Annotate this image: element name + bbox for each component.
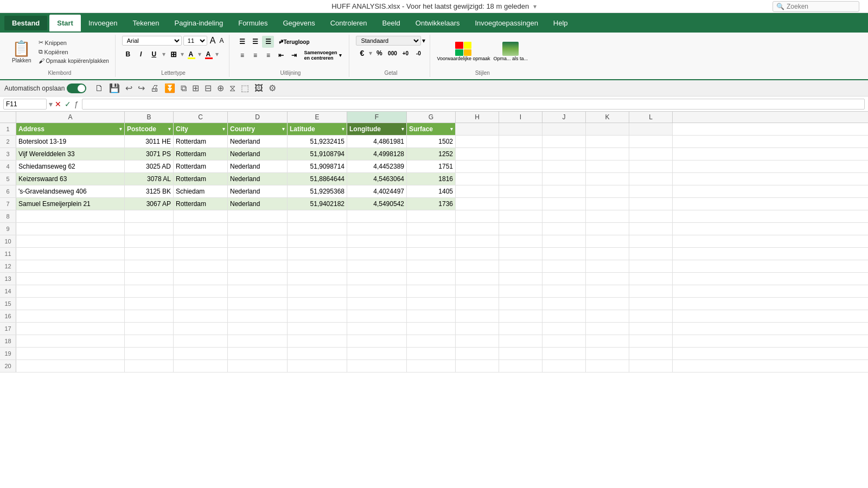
cell-L8[interactable] — [629, 210, 673, 222]
cell-C14[interactable] — [174, 285, 228, 297]
cell-E20[interactable] — [288, 360, 347, 372]
cell-J10[interactable] — [542, 235, 586, 247]
cell-I20[interactable] — [499, 360, 542, 372]
cell-D10[interactable] — [228, 235, 288, 247]
cell-C7[interactable]: Rotterdam — [174, 198, 228, 210]
terugloop-button[interactable]: ↵ Terugloop — [288, 36, 300, 48]
cell-B15[interactable] — [125, 298, 174, 310]
tab-controleren[interactable]: Controleren — [323, 15, 375, 31]
underline-button[interactable]: U — [148, 48, 160, 60]
cell-G6[interactable]: 1405 — [407, 185, 456, 197]
cell-F19[interactable] — [347, 348, 407, 359]
cell-L9[interactable] — [629, 223, 673, 235]
cell-ref-input[interactable]: F11 — [3, 99, 47, 110]
cell-K7[interactable] — [586, 198, 629, 210]
border-dropdown[interactable]: ▾ — [181, 50, 184, 58]
cell-A19[interactable] — [16, 348, 125, 359]
cell-K5[interactable] — [586, 173, 629, 185]
cell-E2[interactable]: 51,9232415 — [288, 136, 347, 147]
undo-icon[interactable]: ↩ — [124, 82, 133, 94]
col-header-E[interactable]: E — [288, 112, 347, 123]
cell-C1[interactable]: City ▾ — [174, 123, 228, 135]
cell-L19[interactable] — [629, 348, 673, 359]
col-header-F[interactable]: F — [347, 112, 407, 123]
cell-F6[interactable]: 4,4024497 — [347, 185, 407, 197]
currency-dropdown[interactable]: ▾ — [369, 49, 372, 57]
cell-J2[interactable] — [542, 136, 586, 147]
cell-B8[interactable] — [125, 210, 174, 222]
cell-F17[interactable] — [347, 323, 407, 335]
cell-A16[interactable] — [16, 310, 125, 322]
tab-invoegtoepassingen[interactable]: Invoegtoepassingen — [467, 15, 545, 31]
cell-H8[interactable] — [456, 210, 499, 222]
cell-L18[interactable] — [629, 335, 673, 347]
col-header-A[interactable]: A — [16, 112, 125, 123]
cell-G4[interactable]: 1751 — [407, 160, 456, 172]
col-header-C[interactable]: C — [174, 112, 228, 123]
cell-C18[interactable] — [174, 335, 228, 347]
cell-C8[interactable] — [174, 210, 228, 222]
cell-H11[interactable] — [456, 248, 499, 260]
cell-D19[interactable] — [228, 348, 288, 359]
cell-H2[interactable] — [456, 136, 499, 147]
cell-E7[interactable]: 51,9402182 — [288, 198, 347, 210]
cell-J3[interactable] — [542, 148, 586, 160]
opmaak-kopieren-button[interactable]: 🖌 Opmaak kopiëren/plakken — [37, 57, 111, 65]
search-box[interactable]: 🔍 — [773, 1, 859, 12]
cell-A8[interactable] — [16, 210, 125, 222]
freeze-icon[interactable]: ⧉ — [180, 82, 188, 94]
cell-I4[interactable] — [499, 160, 542, 172]
cell-F13[interactable] — [347, 273, 407, 285]
cell-J19[interactable] — [542, 348, 586, 359]
cell-F10[interactable] — [347, 235, 407, 247]
cell-B18[interactable] — [125, 335, 174, 347]
cell-I7[interactable] — [499, 198, 542, 210]
cell-I5[interactable] — [499, 173, 542, 185]
cell-L17[interactable] — [629, 323, 673, 335]
cell-L10[interactable] — [629, 235, 673, 247]
cell-A13[interactable] — [16, 273, 125, 285]
samenvoegen-button[interactable]: Samenvoegen en centreren ▾ — [301, 49, 344, 61]
cell-L3[interactable] — [629, 148, 673, 160]
cell-H15[interactable] — [456, 298, 499, 310]
grid-icon[interactable]: ⊞ — [191, 82, 200, 94]
font-decrease-button[interactable]: A — [218, 37, 225, 44]
cell-B3[interactable]: 3071 PS — [125, 148, 174, 160]
tab-gegevens[interactable]: Gegevens — [275, 15, 322, 31]
cell-F9[interactable] — [347, 223, 407, 235]
filter-B1[interactable]: ▾ — [168, 126, 171, 132]
font-color-dropdown[interactable]: ▾ — [215, 50, 219, 58]
cell-F4[interactable]: 4,4452389 — [347, 160, 407, 172]
cell-K8[interactable] — [586, 210, 629, 222]
cell-I17[interactable] — [499, 323, 542, 335]
insert-function-icon[interactable]: ƒ — [74, 100, 79, 108]
cell-C19[interactable] — [174, 348, 228, 359]
cell-D11[interactable] — [228, 248, 288, 260]
col-header-H[interactable]: H — [456, 112, 499, 123]
cell-J13[interactable] — [542, 273, 586, 285]
cell-L6[interactable] — [629, 185, 673, 197]
cell-G13[interactable] — [407, 273, 456, 285]
cell-L1[interactable] — [629, 123, 673, 135]
cell-K18[interactable] — [586, 335, 629, 347]
new-file-icon[interactable]: 🗋 — [94, 82, 105, 94]
cell-I19[interactable] — [499, 348, 542, 359]
cell-H5[interactable] — [456, 173, 499, 185]
cell-C6[interactable]: Schiedam — [174, 185, 228, 197]
cell-C15[interactable] — [174, 298, 228, 310]
cell-I15[interactable] — [499, 298, 542, 310]
cell-A15[interactable] — [16, 298, 125, 310]
cell-E11[interactable] — [288, 248, 347, 260]
cell-B20[interactable] — [125, 360, 174, 372]
dropdown-arrow[interactable]: ▾ — [533, 3, 537, 10]
cell-C10[interactable] — [174, 235, 228, 247]
align-top-center-button[interactable]: ☰ — [249, 36, 261, 48]
italic-button[interactable]: I — [135, 48, 147, 60]
cell-J12[interactable] — [542, 260, 586, 272]
cell-D14[interactable] — [228, 285, 288, 297]
tab-beeld[interactable]: Beeld — [375, 15, 408, 31]
cell-G14[interactable] — [407, 285, 456, 297]
align-center-button[interactable]: ≡ — [249, 49, 261, 61]
cell-L15[interactable] — [629, 298, 673, 310]
cell-F20[interactable] — [347, 360, 407, 372]
